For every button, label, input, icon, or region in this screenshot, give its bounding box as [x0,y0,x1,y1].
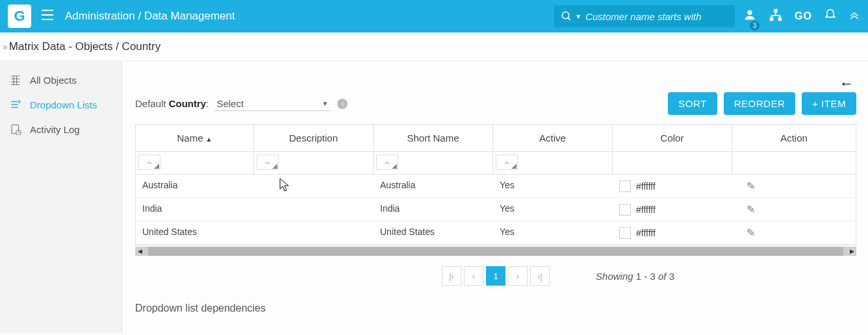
breadcrumb: Administration / Data Management [65,10,235,23]
edit-icon[interactable]: ✎ [747,180,755,192]
user-icon[interactable]: 3 [743,8,757,25]
pager-next[interactable]: › [508,266,528,286]
grid-header-row: Name▲ Description Short Name Active Colo… [136,125,856,152]
horizontal-scrollbar[interactable]: ◀ ▶ [135,247,856,256]
svg-point-1 [747,10,752,15]
search-icon [561,10,572,22]
main-panel: ← Default Country: Select ▼ i SORT REORD… [122,61,868,334]
cell-description [254,198,374,221]
sidebar-item-dropdown-lists[interactable]: Dropdown Lists [0,92,121,117]
menu-icon[interactable] [42,9,53,24]
col-header-name[interactable]: Name▲ [136,125,254,151]
svg-rect-2 [774,9,778,13]
pager-page-1[interactable]: 1 [486,266,505,286]
filter-active[interactable]: ~ [496,155,518,170]
col-header-color[interactable]: Color [613,125,732,151]
table-row: Australia Australia Yes #ffffff ✎ [136,175,856,198]
back-arrow-icon[interactable]: ← [839,75,854,92]
controls-row: Default Country: Select ▼ i SORT REORDER… [135,92,856,115]
scroll-right-icon[interactable]: ▶ [847,247,856,256]
grid-icon [9,74,22,86]
topbar: G Administration / Data Management ▼ 3 G… [0,0,868,32]
pager-row: |‹ ‹ 1 › ›| Showing 1 - 3 of 3 [135,256,856,296]
pager-last[interactable]: ›| [530,266,550,286]
cell-name: United States [136,221,254,244]
sidebar-item-label: Activity Log [30,124,80,135]
data-grid: Name▲ Description Short Name Active Colo… [135,124,856,245]
color-swatch [619,180,631,192]
cell-name: India [136,198,254,221]
list-icon [9,99,22,110]
grid-filter-row: ~ ~ ~ ~ [136,152,856,175]
select-placeholder: Select [216,98,244,109]
sidebar: All Objects Dropdown Lists Activity Log [0,61,122,334]
col-header-description[interactable]: Description [254,125,374,151]
col-header-active[interactable]: Active [493,125,613,151]
cell-short-name: India [374,198,493,221]
cell-name: Australia [136,175,254,197]
table-row: India India Yes #ffffff ✎ [136,198,856,221]
pager-first[interactable]: |‹ [442,266,461,286]
pager: |‹ ‹ 1 › ›| [442,266,550,286]
cell-color: #ffffff [613,175,732,197]
col-header-action: Action [732,125,856,151]
cell-description [254,175,374,197]
edit-icon[interactable]: ✎ [747,227,755,238]
table-row: United States United States Yes #ffffff … [136,221,856,245]
filter-short-name[interactable]: ~ [376,155,398,170]
cell-action: ✎ [732,221,856,244]
page-path: Matrix Data - Objects / Country [9,40,160,53]
info-icon[interactable]: i [337,99,348,109]
cell-active: Yes [493,221,613,244]
scroll-left-icon[interactable]: ◀ [135,247,144,256]
top-icons: 3 GO [743,8,860,25]
sidebar-item-all-objects[interactable]: All Objects [0,68,121,92]
cell-short-name: United States [374,221,493,244]
subheader: » Matrix Data - Objects / Country [0,32,868,61]
search-box[interactable]: ▼ [554,5,735,27]
scrollbar-thumb[interactable] [148,247,843,256]
sidebar-item-activity-log[interactable]: Activity Log [0,117,121,142]
filter-description[interactable]: ~ [257,155,279,170]
search-input[interactable] [585,11,728,22]
search-dropdown-icon[interactable]: ▼ [575,13,581,20]
cell-short-name: Australia [374,175,493,197]
cell-action: ✎ [732,198,856,221]
pager-summary: Showing 1 - 3 of 3 [596,271,674,282]
bell-icon[interactable] [824,8,837,24]
svg-rect-4 [778,18,782,21]
cell-color: #ffffff [613,221,732,244]
col-header-short-name[interactable]: Short Name [374,125,493,151]
user-badge: 3 [750,21,760,31]
go-button[interactable]: GO [795,10,812,22]
default-country-label: Default Country: [135,98,209,109]
chevron-right-icon[interactable]: » [3,42,8,52]
svg-rect-3 [770,18,774,21]
app-logo[interactable]: G [8,5,31,28]
add-item-button[interactable]: + ITEM [802,92,856,115]
cell-action: ✎ [732,175,856,197]
log-icon [9,123,22,135]
sidebar-item-label: Dropdown Lists [30,99,97,110]
cell-active: Yes [493,175,613,197]
color-swatch [619,204,631,216]
cell-color: #ffffff [613,198,732,221]
default-country-select[interactable]: Select ▼ [214,97,331,111]
color-swatch [619,227,631,239]
cell-active: Yes [493,198,613,221]
edit-icon[interactable]: ✎ [747,204,755,215]
filter-name[interactable]: ~ [138,155,160,170]
svg-point-0 [562,12,569,19]
sidebar-item-label: All Objects [30,75,77,86]
collapse-icon[interactable] [849,9,860,23]
sort-button[interactable]: SORT [668,92,717,115]
reorder-button[interactable]: REORDER [724,92,796,115]
dependencies-heading: Dropdown list dependencies [135,303,856,314]
chevron-down-icon: ▼ [322,100,328,107]
sort-asc-icon: ▲ [206,136,212,143]
org-icon[interactable] [769,8,783,25]
pager-prev[interactable]: ‹ [464,266,483,286]
cell-description [254,221,374,244]
